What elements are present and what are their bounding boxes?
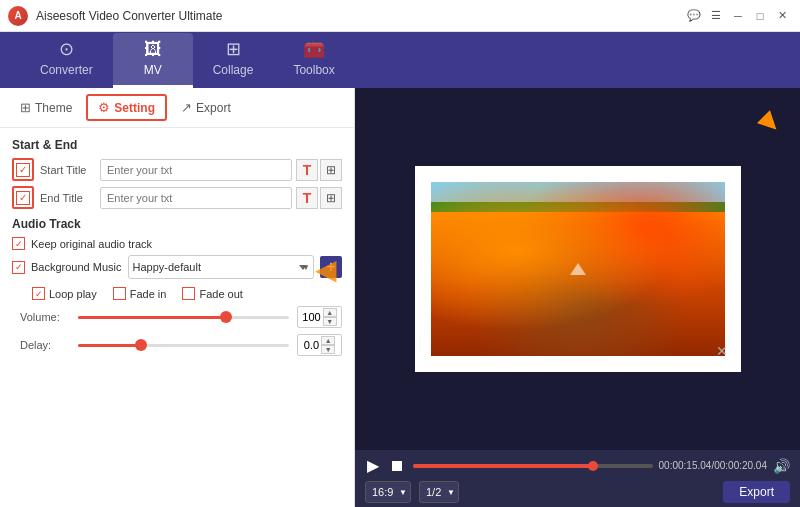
tab-toolbox-label: Toolbox bbox=[293, 63, 334, 77]
end-title-label: End Title bbox=[40, 192, 100, 204]
bg-music-row: Background Music Happy-default Romantic … bbox=[12, 255, 342, 279]
tab-mv-label: MV bbox=[144, 63, 162, 77]
delay-up[interactable]: ▲ bbox=[321, 336, 335, 345]
volume-up[interactable]: ▲ bbox=[323, 308, 337, 317]
fade-out-item: Fade out bbox=[182, 287, 242, 300]
maximize-btn[interactable]: □ bbox=[750, 7, 770, 25]
play-btn[interactable]: ▶ bbox=[365, 456, 381, 475]
start-title-checkbox[interactable] bbox=[16, 163, 30, 177]
fade-in-label: Fade in bbox=[130, 288, 167, 300]
progress-row: ▶ ⏹ 00:00:15.04/00:00:20.04 🔊 bbox=[365, 456, 790, 475]
subtab-export-label: Export bbox=[196, 101, 231, 115]
menu-btn[interactable]: ☰ bbox=[706, 7, 726, 25]
end-title-checkbox-wrapper bbox=[12, 186, 34, 209]
volume-icon[interactable]: 🔊 bbox=[773, 458, 790, 474]
right-panel: ◀ ✕ ▶ ▶ ▶ ⏹ 00:00:15.04/00:00:20 bbox=[355, 88, 800, 507]
arrow-left-decoration: ◀ bbox=[315, 253, 337, 286]
title-bar: A Aiseesoft Video Converter Ultimate 💬 ☰… bbox=[0, 0, 800, 32]
delay-spinner[interactable]: ▲ ▼ bbox=[321, 336, 335, 354]
subtab-theme[interactable]: ⊞ Theme bbox=[10, 96, 82, 119]
theme-icon: ⊞ bbox=[20, 100, 31, 115]
fade-in-item: Fade in bbox=[113, 287, 167, 300]
fade-out-checkbox[interactable] bbox=[182, 287, 195, 300]
end-title-font-btn[interactable]: T bbox=[296, 187, 318, 209]
loop-play-label: Loop play bbox=[49, 288, 97, 300]
nav-tabs: ⊙ Converter 🖼 MV ⊞ Collage 🧰 Toolbox bbox=[0, 32, 800, 88]
stop-btn[interactable]: ⏹ bbox=[387, 457, 407, 475]
loop-play-checkbox[interactable] bbox=[32, 287, 45, 300]
tab-collage-label: Collage bbox=[213, 63, 254, 77]
preview-frame: ✕ bbox=[423, 174, 733, 364]
mv-icon: 🖼 bbox=[144, 39, 162, 60]
delay-slider[interactable] bbox=[78, 337, 289, 353]
volume-label: Volume: bbox=[20, 311, 70, 323]
aspect-ratio-wrapper: 16:9 4:3 1:1 ▼ bbox=[365, 481, 411, 503]
fade-out-label: Fade out bbox=[199, 288, 242, 300]
start-title-label: Start Title bbox=[40, 164, 100, 176]
collage-icon: ⊞ bbox=[226, 38, 241, 60]
delay-value-display: 0.0 ▲ ▼ bbox=[297, 334, 342, 356]
subtab-setting-label: Setting bbox=[114, 101, 155, 115]
end-title-checkbox[interactable] bbox=[16, 191, 30, 205]
setting-icon: ⚙ bbox=[98, 100, 110, 115]
delay-label: Delay: bbox=[20, 339, 70, 351]
tab-converter-label: Converter bbox=[40, 63, 93, 77]
tab-collage[interactable]: ⊞ Collage bbox=[193, 32, 274, 88]
volume-spinner[interactable]: ▲ ▼ bbox=[323, 308, 337, 326]
fade-in-checkbox[interactable] bbox=[113, 287, 126, 300]
minimize-btn[interactable]: ─ bbox=[728, 7, 748, 25]
app-title: Aiseesoft Video Converter Ultimate bbox=[36, 9, 684, 23]
keep-original-label: Keep original audio track bbox=[31, 238, 152, 250]
keep-original-row: Keep original audio track bbox=[12, 237, 342, 250]
volume-value-display: 100 ▲ ▼ bbox=[297, 306, 342, 328]
time-display: 00:00:15.04/00:00:20.04 bbox=[659, 460, 767, 471]
start-title-grid-btn[interactable]: ⊞ bbox=[320, 159, 342, 181]
bg-music-label: Background Music bbox=[31, 261, 122, 273]
loop-play-item: Loop play bbox=[32, 287, 97, 300]
startend-title: Start & End bbox=[12, 138, 342, 152]
left-panel: ⊞ Theme ⚙ Setting ↗ Export Start & End S… bbox=[0, 88, 355, 507]
start-title-input[interactable] bbox=[100, 159, 292, 181]
progress-bar[interactable] bbox=[413, 464, 653, 468]
delay-down[interactable]: ▼ bbox=[321, 345, 335, 354]
delay-value: 0.0 bbox=[304, 339, 319, 351]
subtab-theme-label: Theme bbox=[35, 101, 72, 115]
message-icon-btn[interactable]: 💬 bbox=[684, 7, 704, 25]
bg-music-select[interactable]: Happy-default Romantic Energetic Calm bbox=[128, 255, 315, 279]
resolution-wrapper: 1/2 1/1 1/4 ▼ bbox=[419, 481, 459, 503]
bg-music-checkbox[interactable] bbox=[12, 261, 25, 274]
audio-track-title: Audio Track bbox=[12, 217, 342, 231]
arrow-top-decoration: ▶ bbox=[755, 106, 788, 139]
player-controls: ▶ ⏹ 00:00:15.04/00:00:20.04 🔊 16:9 4:3 1… bbox=[355, 450, 800, 507]
settings-area: Start & End Start Title T ⊞ End Title T bbox=[0, 128, 354, 507]
volume-down[interactable]: ▼ bbox=[323, 317, 337, 326]
end-title-input[interactable] bbox=[100, 187, 292, 209]
window-controls: 💬 ☰ ─ □ ✕ bbox=[684, 7, 792, 25]
main-content: ⊞ Theme ⚙ Setting ↗ Export Start & End S… bbox=[0, 88, 800, 507]
delay-row: Delay: 0.0 ▲ ▼ bbox=[12, 334, 342, 356]
volume-row: Volume: 100 ▲ ▼ bbox=[12, 306, 342, 328]
aspect-ratio-select[interactable]: 16:9 4:3 1:1 bbox=[365, 481, 411, 503]
export-icon: ↗ bbox=[181, 100, 192, 115]
start-title-font-btn[interactable]: T bbox=[296, 159, 318, 181]
close-btn[interactable]: ✕ bbox=[772, 7, 792, 25]
end-title-grid-btn[interactable]: ⊞ bbox=[320, 187, 342, 209]
toolbox-icon: 🧰 bbox=[303, 38, 325, 60]
export-preview-btn[interactable]: Export bbox=[723, 481, 790, 503]
volume-slider[interactable] bbox=[78, 309, 289, 325]
keep-original-checkbox[interactable] bbox=[12, 237, 25, 250]
app-logo: A bbox=[8, 6, 28, 26]
resolution-select[interactable]: 1/2 1/1 1/4 bbox=[419, 481, 459, 503]
controls-row: 16:9 4:3 1:1 ▼ 1/2 1/1 1/4 ▼ Export bbox=[365, 481, 790, 503]
tab-toolbox[interactable]: 🧰 Toolbox bbox=[273, 32, 354, 88]
start-title-checkbox-wrapper bbox=[12, 158, 34, 181]
tab-mv[interactable]: 🖼 MV bbox=[113, 33, 193, 88]
triangle-indicator bbox=[570, 263, 586, 275]
preview-area: ◀ ✕ ▶ ▶ bbox=[355, 88, 800, 450]
preview-close[interactable]: ✕ bbox=[716, 343, 728, 359]
subtab-export[interactable]: ↗ Export bbox=[171, 96, 241, 119]
converter-icon: ⊙ bbox=[59, 38, 74, 60]
tab-converter[interactable]: ⊙ Converter bbox=[20, 32, 113, 88]
subtab-setting[interactable]: ⚙ Setting bbox=[86, 94, 167, 121]
volume-value: 100 bbox=[302, 311, 320, 323]
